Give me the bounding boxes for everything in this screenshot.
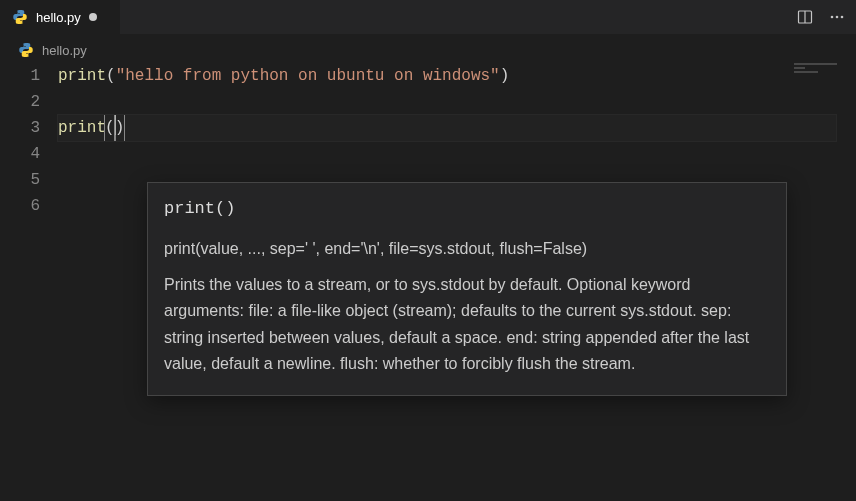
breadcrumb-filename[interactable]: hello.py	[42, 43, 87, 58]
line-number: 6	[0, 193, 40, 219]
tab-bar-spacer	[120, 0, 786, 34]
unsaved-indicator-icon	[89, 13, 97, 21]
line-number: 5	[0, 167, 40, 193]
line-number: 3	[0, 115, 40, 141]
signature-help-doc: Prints the values to a stream, or to sys…	[164, 272, 770, 378]
signature-help-signature: print(value, ..., sep=' ', end='\n', fil…	[164, 236, 770, 262]
line-number: 4	[0, 141, 40, 167]
code-line[interactable]	[58, 89, 836, 115]
svg-point-2	[831, 16, 834, 19]
editor-tab[interactable]: hello.py	[0, 0, 120, 34]
tab-filename: hello.py	[36, 10, 81, 25]
split-editor-icon[interactable]	[792, 4, 818, 30]
code-line[interactable]: print()	[58, 115, 836, 141]
svg-point-3	[836, 16, 839, 19]
more-actions-icon[interactable]	[824, 4, 850, 30]
line-number: 1	[0, 63, 40, 89]
python-file-icon	[12, 9, 28, 25]
svg-point-4	[841, 16, 844, 19]
code-line[interactable]	[58, 141, 836, 167]
signature-help-header: print()	[164, 195, 770, 222]
signature-help-tooltip: print() print(value, ..., sep=' ', end='…	[147, 182, 787, 396]
tab-bar: hello.py	[0, 0, 856, 35]
line-number: 2	[0, 89, 40, 115]
python-file-icon	[18, 42, 34, 58]
code-line[interactable]: print("hello from python on ubuntu on wi…	[58, 63, 836, 89]
breadcrumb: hello.py	[0, 35, 856, 63]
line-number-gutter: 1 2 3 4 5 6	[0, 63, 58, 219]
editor-actions	[786, 0, 856, 34]
minimap[interactable]	[794, 63, 848, 73]
